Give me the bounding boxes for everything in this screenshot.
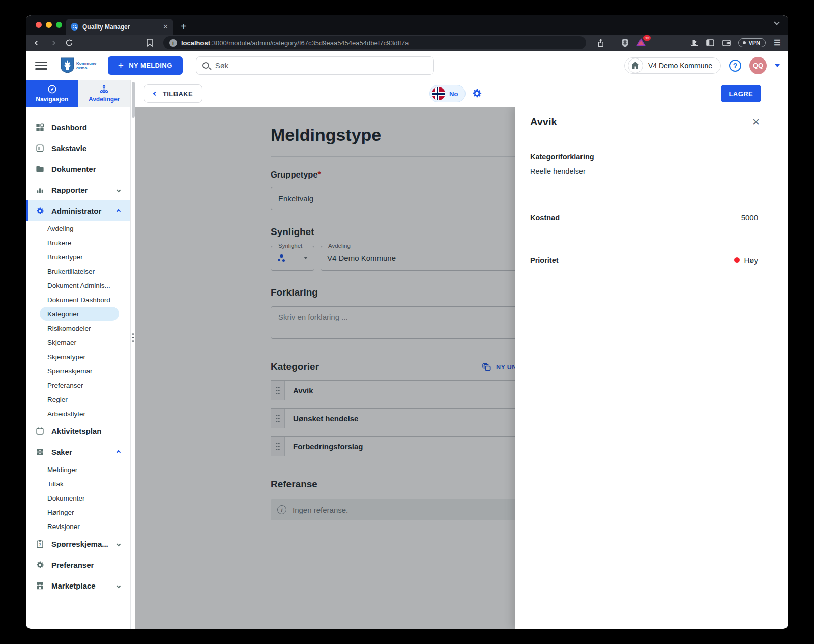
browser-menu-icon[interactable]: ☰ [773,38,782,47]
close-window-button[interactable] [36,22,42,28]
vpn-label: VPN [748,40,760,46]
sidebar-item-aktivitetsplan[interactable]: Aktivitetsplan [26,421,130,442]
sidebar-subitem-skjematyper[interactable]: Skjematyper [26,349,130,364]
chevron-up-icon [117,209,121,213]
sidebar-subitem-dokument-dashbord[interactable]: Dokument Dashbord [26,292,130,307]
sidebar-subitem-arbeidsflyter[interactable]: Arbeidsflyter [26,406,130,421]
language-selector[interactable]: No [429,85,466,102]
account-chevron-down-icon[interactable] [775,64,780,67]
svg-text:?: ? [39,542,41,547]
sidebar-subitem-revisjoner[interactable]: Revisjoner [26,519,130,534]
admin-gear-icon [35,206,45,216]
category-explanation-block: Kategoriforklaring Reelle hendelser [530,137,758,196]
minimize-window-button[interactable] [46,22,52,28]
category-explanation-label: Kategoriforklaring [530,153,758,161]
sidebar-subitem-brukertyper[interactable]: Brukertyper [26,250,130,264]
cost-value: 5000 [741,213,758,222]
tab-close-icon[interactable]: ✕ [163,23,168,31]
back-button[interactable] [32,38,41,47]
sidebar-subitem-dokument-administrasjon[interactable]: Dokument Adminis... [26,278,130,292]
settings-gear-icon[interactable] [471,87,483,101]
vpn-button[interactable]: VPN [738,38,766,47]
sidebar-tab-navigasjon[interactable]: Navigasjon [26,80,78,107]
sidebar-item-sakstavle[interactable]: Sakstavle [26,138,130,159]
sidebar-subitem-horinger[interactable]: Høringer [26,505,130,519]
sidebar-subitem-brukere[interactable]: Brukere [26,236,130,250]
sidebar-item-dashbord[interactable]: Dashbord [26,117,130,138]
sidebar-subitem-skjemaer[interactable]: Skjemaer [26,335,130,349]
vpn-status-dot [743,41,746,44]
site-info-icon[interactable]: i [169,39,177,47]
back-button[interactable]: TILBAKE [144,84,202,103]
tab-favicon-icon [71,23,78,31]
forward-button[interactable] [48,38,57,47]
reload-button[interactable] [65,38,74,47]
sidebar: Navigasjon Avdelinger Dashbord Sakstavle [26,80,130,629]
save-button[interactable]: LAGRE [721,85,762,102]
sidebar-item-dokumenter[interactable]: Dokumenter [26,159,130,180]
cases-icon [35,447,45,457]
chevron-down-icon [117,542,121,546]
organization-name: V4 Demo Kommune [648,62,712,70]
tab-list-chevron-icon[interactable] [774,19,779,25]
browser-tab[interactable]: Quality Manager ✕ [66,19,173,35]
main-content: TILBAKE No LAGRE Meldingstype Gruppetype… [135,80,788,629]
sidebar-item-sporreskjema[interactable]: ? Spørreskjema... [26,534,130,554]
sidebar-subitem-brukertillatelser[interactable]: Brukertillatelser [26,264,130,278]
app-menu-icon[interactable] [35,62,47,70]
sidebar-item-marketplace[interactable]: Marketplace [26,575,130,596]
gear-icon [35,560,45,570]
sidebar-subitem-regler[interactable]: Regler [26,392,130,406]
new-tab-button[interactable]: + [181,19,187,35]
sidebar-scrollbar-thumb[interactable] [132,82,135,118]
close-icon[interactable]: ✕ [752,116,760,128]
new-message-button[interactable]: + NY MELDING [108,56,183,75]
app-header: Kommune- demo + NY MELDING V4 Demo Kommu… [26,51,788,80]
sidebar-subitem-risikomodeler[interactable]: Risikomodeler [26,321,130,335]
sidebar-toggle-icon[interactable] [706,38,715,47]
extensions-puzzle-icon[interactable] [689,38,699,47]
brave-shield-icon[interactable] [620,38,629,47]
address-bar[interactable]: i localhost:3000/module/admin/category/f… [163,36,586,49]
sidebar-subitem-preferanser[interactable]: Preferanser [26,378,130,392]
sidebar-subitem-tiltak[interactable]: Tiltak [26,477,130,491]
priority-high-dot [734,257,740,263]
plus-icon: + [118,61,124,70]
store-icon [35,581,45,591]
resize-handle-icon[interactable] [132,333,134,342]
sidebar-subitem-meldinger[interactable]: Meldinger [26,462,130,477]
sidebar-subitem-avdeling[interactable]: Avdeling [26,221,130,236]
help-icon[interactable]: ? [729,60,741,72]
zoom-window-button[interactable] [56,22,62,28]
cost-row: Kostnad 5000 [530,196,758,239]
category-detail-drawer: Avvik ✕ Kategoriforklaring Reelle hendel… [515,107,788,629]
municipality-shield-icon [61,57,74,73]
sidebar-subitem-dokumenter[interactable]: Dokumenter [26,491,130,505]
search-input[interactable] [214,61,427,70]
traffic-lights [36,22,62,28]
share-icon[interactable] [596,38,605,47]
sidebar-item-rapporter[interactable]: Rapporter [26,180,130,200]
app-logo[interactable]: Kommune- demo [61,57,98,73]
priority-row: Prioritet Høy [530,239,758,281]
folder-icon [35,164,45,174]
sidebar-subitem-sporreskjemar[interactable]: Spørreskjemar [26,364,130,378]
sidebar-subitem-kategorier[interactable]: Kategorier [26,307,130,321]
bookmark-icon[interactable] [145,38,154,47]
brave-rewards-icon[interactable]: 12 [636,38,647,47]
sidebar-resize-strip[interactable] [130,80,135,629]
priority-label: Prioritet [530,256,559,265]
sidebar-item-preferanser[interactable]: Preferanser [26,554,130,575]
avatar[interactable]: QQ [749,57,767,74]
organization-pill[interactable]: V4 Demo Kommune [624,57,721,74]
wallet-icon[interactable] [722,38,731,47]
search-box[interactable] [196,56,434,75]
chevron-down-icon [117,188,121,192]
compass-icon [47,84,57,94]
sidebar-tab-avdelinger[interactable]: Avdelinger [78,80,131,107]
cost-label: Kostnad [530,214,560,222]
sidebar-item-administrator[interactable]: Administrator [26,200,130,221]
sidebar-item-saker[interactable]: Saker [26,442,130,462]
logo-text: Kommune- demo [76,61,98,70]
sidebar-menu: Dashbord Sakstavle Dokumenter Rapporter [26,107,130,629]
